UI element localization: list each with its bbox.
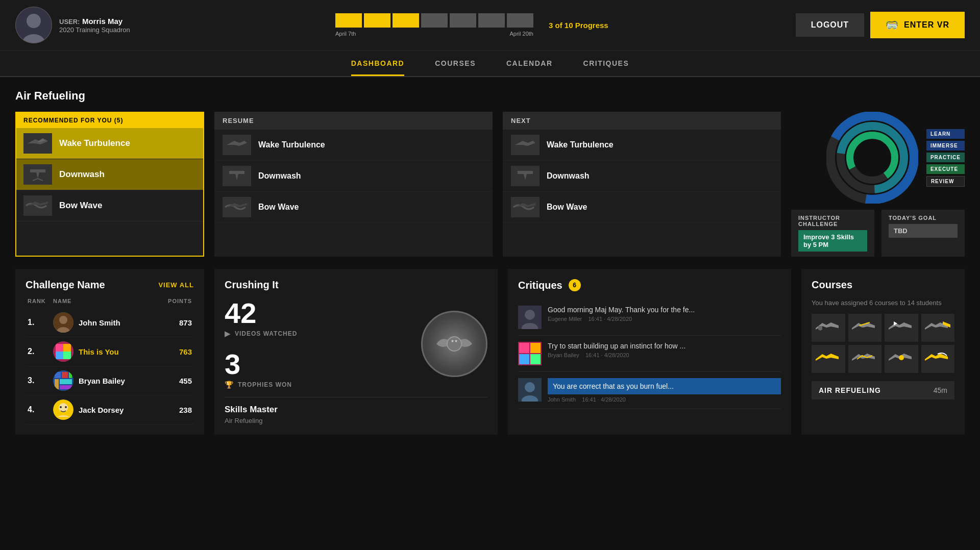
- bottom-row: Challenge Name VIEW ALL RANK NAME POINTS…: [15, 269, 965, 435]
- critiques-badge: 6: [569, 279, 581, 291]
- critique-meta-2: Bryan Bailey 16:41 · 4/28/2020: [548, 352, 781, 358]
- avatar: [15, 7, 52, 43]
- instructor-challenge-title: INSTRUCTOR CHALLENGE: [798, 215, 867, 227]
- next-item-2[interactable]: Downwash: [503, 161, 781, 192]
- resume-item-1[interactable]: Wake Turbulence: [214, 130, 493, 161]
- lb-pts-4: 238: [161, 406, 192, 414]
- course-thumb-8[interactable]: [921, 345, 955, 373]
- svg-point-31: [65, 406, 67, 408]
- lb-col-rank: RANK: [28, 298, 53, 304]
- enter-vr-label: ENTER VR: [904, 20, 949, 30]
- skills-master: Skills Master Air Refueling: [225, 397, 487, 424]
- critique-content-1: Good morning Maj May. Thank you for the …: [548, 306, 781, 329]
- svg-rect-25: [55, 379, 59, 389]
- lb-avatar-2: [53, 341, 74, 362]
- lb-avatar-4: [53, 399, 74, 420]
- logout-button[interactable]: LOGOUT: [796, 13, 864, 37]
- nav-calendar[interactable]: CALENDAR: [506, 59, 553, 76]
- critique-meta-1: Eugene Miller 16:41 · 4/28/2020: [548, 316, 781, 322]
- next-thumb-3: [511, 197, 540, 217]
- critique-meta-3: John Smith 16:41 · 4/28/2020: [548, 396, 781, 403]
- table-row: 3. Bryan Bailey 455: [26, 366, 194, 395]
- critique-avatar-2: [518, 342, 542, 365]
- critique-item-3[interactable]: You are correct that as you burn fuel...…: [518, 372, 781, 409]
- seg-3: [393, 13, 419, 28]
- leaderboard-panel: Challenge Name VIEW ALL RANK NAME POINTS…: [15, 269, 204, 435]
- lb-title: Challenge Name: [26, 279, 105, 291]
- chart-label-immerse[interactable]: IMMERSE: [926, 141, 965, 151]
- critique-msg-2: Try to start building up an instinct for…: [548, 342, 781, 350]
- lb-pts-1: 873: [161, 318, 192, 327]
- donut-chart: [826, 112, 918, 204]
- svg-line-5: [38, 179, 43, 181]
- critique-time-3: 16:41 · 4/28/2020: [582, 396, 626, 403]
- lb-rank-1: 1.: [28, 318, 53, 327]
- next-item-3[interactable]: Bow Wave: [503, 192, 781, 223]
- svg-rect-41: [519, 354, 529, 364]
- course-thumb-4[interactable]: [921, 314, 955, 342]
- lb-col-name: NAME: [53, 298, 161, 304]
- lb-name-3: Bryan Bailey: [79, 377, 161, 385]
- course-thumb-6[interactable]: [848, 345, 882, 373]
- rec-item-2[interactable]: Downwash: [16, 159, 203, 190]
- rec-label-3: Bow Wave: [59, 201, 102, 211]
- next-item-1[interactable]: Wake Turbulence: [503, 130, 781, 161]
- rec-thumb-2: [23, 164, 52, 185]
- svg-rect-42: [530, 354, 541, 364]
- seg-6: [478, 13, 505, 28]
- svg-rect-18: [63, 344, 71, 352]
- lb-rank-2: 2.: [28, 347, 53, 356]
- progress-section: April 7th April 20th 3 of 10 Progress: [148, 13, 796, 37]
- recommended-panel: RECOMMENDED FOR YOU (5) Wake Turbulence …: [15, 112, 204, 257]
- lb-name-1: John Smith: [79, 318, 161, 327]
- videos-stat: 42 ▶ VIDEOS WATCHED: [225, 299, 297, 338]
- resume-item-3[interactable]: Bow Wave: [214, 192, 493, 223]
- videos-label: ▶ VIDEOS WATCHED: [225, 330, 297, 338]
- courses-subtitle: You have assigned 6 courses to 14 studen…: [812, 299, 954, 307]
- resume-thumb-1: [223, 135, 251, 155]
- trophy-icon: 🏆: [225, 381, 234, 389]
- critique-content-2: Try to start building up an instinct for…: [548, 342, 781, 365]
- chart-label-practice[interactable]: PRACTICE: [926, 153, 965, 162]
- nav-critiques[interactable]: CRITIQUES: [583, 59, 629, 76]
- course-thumb-2[interactable]: [848, 314, 882, 342]
- rec-item-3[interactable]: Bow Wave: [16, 190, 203, 221]
- seg-4: [421, 13, 448, 28]
- page-title: Air Refueling: [15, 89, 965, 103]
- critique-item-1[interactable]: Good morning Maj May. Thank you for the …: [518, 299, 781, 336]
- next-label-3: Bow Wave: [547, 203, 587, 212]
- nav-dashboard[interactable]: DASHBOARD: [351, 59, 405, 76]
- chart-label-execute[interactable]: EXECUTE: [926, 164, 965, 174]
- critique-name-2: Bryan Bailey: [548, 352, 579, 358]
- lb-name-2: This is You: [79, 347, 161, 356]
- chart-label-learn[interactable]: LEARN: [926, 129, 965, 139]
- rec-item-1[interactable]: Wake Turbulence: [16, 128, 203, 159]
- critiques-header: Critiques 6: [518, 279, 781, 291]
- critique-item-2[interactable]: Try to start building up an instinct for…: [518, 336, 781, 372]
- course-thumb-7[interactable]: [885, 345, 918, 373]
- seg-5: [450, 13, 476, 28]
- header: USER: Morris May 2020 Training Squadron …: [0, 0, 980, 51]
- course-thumb-3[interactable]: [885, 314, 918, 342]
- svg-point-30: [60, 406, 62, 408]
- crushing-stats: 42 ▶ VIDEOS WATCHED 3 🏆 TROPHIES WON: [225, 299, 297, 389]
- course-thumb-1[interactable]: [812, 314, 845, 342]
- critique-time-1: 16:41 · 4/28/2020: [589, 316, 632, 322]
- skills-master-title: Skills Master: [225, 405, 487, 415]
- rec-thumb-1: [23, 133, 52, 154]
- next-label-1: Wake Turbulence: [547, 140, 614, 149]
- enter-vr-button[interactable]: 🥽 ENTER VR: [870, 12, 965, 38]
- trophies-label: 🏆 TROPHIES WON: [225, 381, 297, 389]
- seg-1: [335, 13, 362, 28]
- chart-label-review[interactable]: REVIEW: [926, 176, 965, 187]
- chart-labels: LEARN IMMERSE PRACTICE EXECUTE REVIEW: [926, 129, 965, 187]
- resume-label-1: Wake Turbulence: [258, 140, 325, 149]
- lb-view-all[interactable]: VIEW ALL: [158, 281, 194, 289]
- chart-panel: LEARN IMMERSE PRACTICE EXECUTE REVIEW IN…: [791, 112, 965, 257]
- course-bottom[interactable]: AIR REFUELING 45m: [812, 381, 954, 399]
- trophies-count: 3: [225, 350, 297, 379]
- nav-courses[interactable]: COURSES: [435, 59, 476, 76]
- course-thumb-5[interactable]: [812, 345, 845, 373]
- svg-point-47: [899, 355, 904, 360]
- resume-item-2[interactable]: Downwash: [214, 161, 493, 192]
